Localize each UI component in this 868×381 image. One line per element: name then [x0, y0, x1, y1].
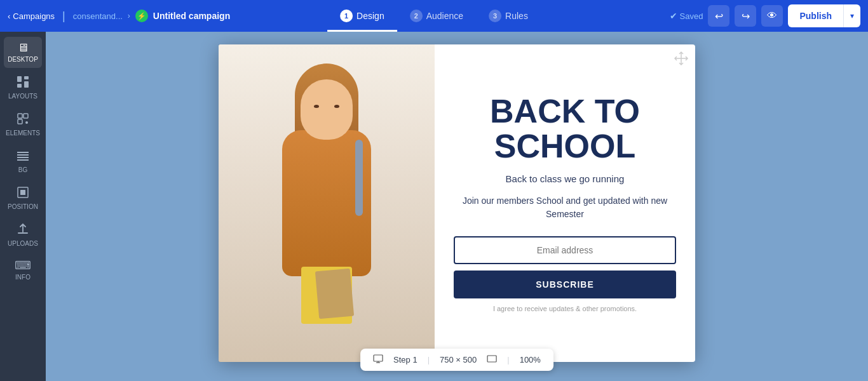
- tab-audience[interactable]: 2 Audience: [397, 0, 476, 32]
- sidebar-item-elements[interactable]: ELEMENTS: [4, 107, 42, 142]
- main-layout: 🖥 DESKTOP LAYOUTS: [0, 32, 868, 381]
- campaigns-label: Campaigns: [13, 11, 55, 21]
- subscribe-button[interactable]: SUBSCRIBE: [454, 271, 676, 298]
- publish-button[interactable]: Publish: [788, 4, 843, 27]
- popup-description: Join our members School and get updated …: [454, 194, 676, 221]
- position-icon: [17, 186, 29, 201]
- sidebar-item-layouts[interactable]: LAYOUTS: [4, 70, 42, 105]
- consent-text: I agree to receive updates & other promo…: [493, 305, 637, 312]
- left-sidebar: 🖥 DESKTOP LAYOUTS: [0, 32, 46, 381]
- breadcrumb-arrow: ›: [128, 11, 130, 20]
- tab-design-num: 1: [340, 10, 353, 22]
- svg-rect-15: [374, 355, 383, 361]
- sidebar-item-position[interactable]: POSITION: [4, 181, 42, 215]
- campaign-title[interactable]: Untitled campaign: [153, 11, 230, 21]
- svg-rect-4: [18, 114, 22, 118]
- zoom-level: 100%: [520, 355, 541, 364]
- canvas-dimensions: 750 × 500: [440, 355, 477, 364]
- sidebar-bg-label: BG: [18, 166, 27, 173]
- canvas-area[interactable]: BACK TO SCHOOL Back to class we go runni…: [46, 32, 868, 381]
- sidebar-position-label: POSITION: [8, 203, 38, 210]
- tab-audience-label: Audience: [426, 11, 463, 21]
- publish-dropdown-button[interactable]: ▾: [843, 4, 860, 27]
- sidebar-layouts-label: LAYOUTS: [8, 93, 37, 100]
- svg-rect-2: [17, 84, 22, 88]
- uploads-icon: [17, 223, 29, 237]
- redo-button[interactable]: ↪: [735, 5, 756, 27]
- svg-rect-18: [487, 356, 496, 362]
- svg-rect-14: [18, 232, 28, 234]
- svg-rect-8: [17, 152, 29, 153]
- campaigns-back-button[interactable]: ‹ Campaigns: [8, 11, 55, 21]
- sidebar-item-uploads[interactable]: UPLOADS: [4, 218, 42, 252]
- layouts-icon: [17, 76, 29, 90]
- step-tabs: 1 Design 2 Audience 3 Rules: [327, 0, 541, 32]
- popup-subtitle: Back to class we go running: [506, 173, 625, 184]
- saved-label: Saved: [680, 11, 703, 21]
- step-icon: [373, 354, 383, 366]
- svg-rect-7: [25, 121, 28, 124]
- sidebar-uploads-label: UPLOADS: [8, 240, 38, 247]
- step-label: Step 1: [393, 355, 417, 364]
- tab-rules-num: 3: [489, 10, 501, 22]
- sidebar-item-desktop[interactable]: 🖥 DESKTOP: [4, 37, 42, 68]
- saved-status: ✔ Saved: [670, 11, 703, 21]
- girl-image: [219, 44, 435, 362]
- undo-button[interactable]: ↩: [708, 5, 729, 27]
- svg-rect-3: [24, 81, 29, 88]
- email-input[interactable]: [454, 236, 676, 264]
- sidebar-info-label: INFO: [15, 274, 31, 281]
- preview-button[interactable]: 👁: [761, 5, 783, 27]
- popup-content-panel: BACK TO SCHOOL Back to class we go runni…: [435, 44, 695, 362]
- bolt-icon: ⚡: [135, 10, 148, 22]
- svg-rect-1: [24, 76, 29, 79]
- sidebar-item-info[interactable]: ⌨ INFO: [4, 255, 42, 286]
- tab-audience-num: 2: [410, 10, 423, 22]
- tab-rules-label: Rules: [505, 11, 528, 21]
- bg-icon: [17, 149, 29, 164]
- elements-icon: [17, 112, 29, 127]
- tab-design[interactable]: 1 Design: [327, 0, 397, 32]
- breadcrumb-separator: |: [62, 10, 65, 23]
- svg-rect-10: [17, 157, 29, 158]
- popup-image-panel: [219, 44, 435, 362]
- sidebar-item-bg[interactable]: BG: [4, 144, 42, 178]
- svg-rect-5: [24, 114, 28, 118]
- tab-rules[interactable]: 3 Rules: [476, 0, 541, 32]
- chevron-left-icon: ‹: [8, 11, 10, 21]
- svg-rect-11: [17, 159, 29, 161]
- desktop-icon: 🖥: [17, 42, 29, 53]
- info-icon: ⌨: [15, 260, 31, 271]
- breadcrumb-org[interactable]: consentand...: [73, 11, 123, 21]
- svg-rect-9: [17, 154, 29, 156]
- canvas-status-bar: Step 1 | 750 × 500 | 100%: [360, 349, 553, 371]
- nav-right-actions: ✔ Saved ↩ ↪ 👁 Publish ▾: [670, 4, 860, 27]
- svg-rect-13: [20, 190, 25, 195]
- svg-rect-6: [18, 119, 22, 124]
- sidebar-elements-label: ELEMENTS: [6, 130, 40, 137]
- sidebar-desktop-label: DESKTOP: [8, 56, 38, 63]
- tab-design-label: Design: [356, 11, 384, 21]
- move-handle-icon[interactable]: [674, 51, 689, 69]
- check-icon: ✔: [670, 11, 677, 21]
- publish-button-group: Publish ▾: [788, 4, 860, 27]
- popup-main-title: BACK TO SCHOOL: [490, 94, 640, 163]
- top-navigation: ‹ Campaigns | consentand... › ⚡ Untitled…: [0, 0, 868, 32]
- popup-card: BACK TO SCHOOL Back to class we go runni…: [219, 44, 695, 362]
- svg-rect-0: [17, 76, 22, 82]
- aspect-ratio-icon: [487, 355, 497, 364]
